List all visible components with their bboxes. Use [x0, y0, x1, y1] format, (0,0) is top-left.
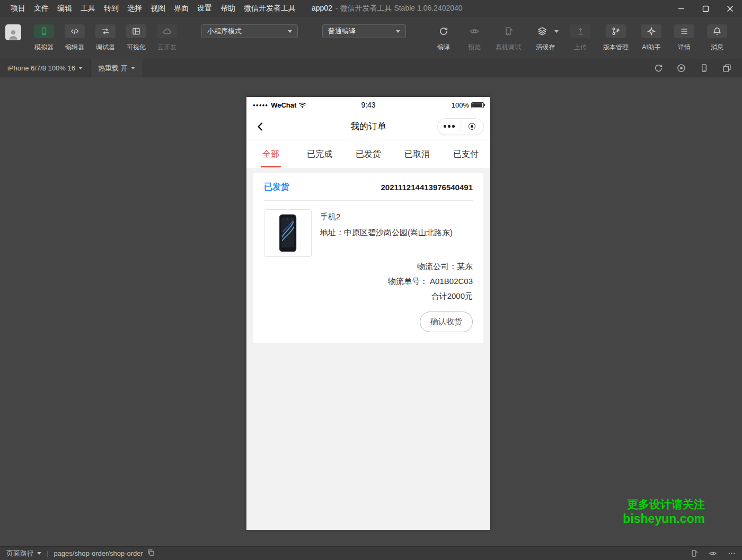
device-phone-icon[interactable] — [700, 64, 709, 73]
order-total: 合计2000元 — [264, 289, 473, 304]
page-path-value: pages/shop-order/shop-order — [54, 549, 143, 557]
tracking-number: 物流单号： A01B02C03 — [264, 274, 473, 289]
debugger-icon — [101, 27, 110, 35]
caret-down-icon — [78, 67, 83, 69]
remote-debug-status-icon[interactable] — [690, 549, 698, 557]
product-address: 地址：中原区碧沙岗公园(嵩山北路东) — [320, 225, 473, 240]
exit-miniprogram-button[interactable] — [461, 123, 484, 130]
battery-icon — [471, 102, 484, 108]
details-list-icon — [680, 27, 688, 35]
cloud-icon — [163, 27, 172, 35]
tool-simulator[interactable]: 模拟器 — [29, 24, 59, 52]
caret-down-icon — [37, 552, 41, 555]
copy-icon — [147, 549, 155, 556]
order-list: 已发货 202111214413976540491 — [246, 168, 490, 530]
phone-product-image — [269, 212, 307, 254]
maximize-icon — [702, 5, 709, 12]
caret-down-icon — [131, 67, 135, 69]
version-branch-icon — [612, 27, 620, 35]
tool-preview[interactable]: 预览 — [459, 24, 490, 52]
compile-icon — [439, 26, 448, 36]
tool-version-manage[interactable]: 版本管理 — [597, 24, 635, 52]
back-button[interactable] — [252, 118, 270, 136]
clear-cache-icon — [537, 26, 547, 36]
menu-goto[interactable]: 转到 — [100, 4, 123, 13]
tool-messages[interactable]: 消息 — [701, 24, 734, 52]
phone-nav-bar: 我的订单 — [246, 113, 490, 140]
order-card: 已发货 202111214413976540491 — [253, 173, 483, 343]
simulator-icon — [40, 27, 48, 35]
logistics-company: 物流公司：某东 — [264, 259, 473, 274]
menu-edit[interactable]: 编辑 — [53, 4, 76, 13]
user-avatar[interactable] — [5, 24, 21, 40]
visualize-icon — [132, 27, 140, 35]
watermark: 更多设计请关注 bisheyun.com — [623, 497, 705, 527]
tool-clear-cache[interactable]: 清缓存 — [527, 24, 564, 52]
tool-cloud[interactable]: 云开发 — [152, 24, 182, 52]
close-icon — [727, 5, 734, 12]
tool-ai-assistant[interactable]: AI助手 — [635, 24, 668, 52]
tool-remote-debug[interactable]: 真机调试 — [490, 24, 527, 52]
capsule-menu — [437, 118, 484, 135]
menu-devtools[interactable]: 微信开发者工具 — [240, 4, 300, 13]
bell-icon — [713, 27, 721, 35]
minimize-button[interactable] — [669, 0, 693, 17]
product-image — [264, 209, 312, 257]
close-button[interactable] — [718, 0, 742, 17]
simulator-canvas: ●●●●● WeChat 9:43 100% 我的订单 — [0, 78, 742, 546]
menu-view[interactable]: 视图 — [146, 4, 170, 13]
exit-target-icon — [469, 123, 475, 130]
tool-details[interactable]: 详情 — [668, 24, 701, 52]
device-selector[interactable]: iPhone 6/7/8 100% 16 — [0, 59, 91, 77]
menu-select[interactable]: 选择 — [123, 4, 146, 13]
tool-editor[interactable]: 编辑器 — [59, 24, 90, 52]
card-divider — [264, 200, 473, 201]
remote-debug-icon — [504, 26, 513, 36]
record-icon[interactable] — [677, 64, 686, 73]
page-path-selector[interactable]: 页面路径 — [6, 549, 41, 558]
ai-assistant-icon — [647, 27, 656, 35]
preview-icon — [470, 26, 479, 36]
more-options-button[interactable] — [438, 125, 461, 128]
menu-settings[interactable]: 设置 — [193, 4, 216, 13]
tab-all[interactable]: 全部 — [246, 140, 295, 168]
multi-window-icon[interactable] — [722, 64, 731, 73]
back-chevron-icon — [255, 121, 266, 132]
window-title: app02- 微信开发者工具 Stable 1.06.2402040 — [312, 4, 463, 13]
order-number: 202111214413976540491 — [381, 183, 473, 192]
tab-cancelled[interactable]: 已取消 — [393, 140, 441, 168]
menu-project[interactable]: 项目 — [6, 4, 30, 13]
upload-icon — [576, 27, 585, 35]
caret-down-icon — [288, 30, 292, 33]
more-menu-icon[interactable] — [728, 549, 736, 557]
tab-shipped[interactable]: 已发货 — [344, 140, 393, 168]
editor-icon — [70, 27, 79, 35]
tool-upload[interactable]: 上传 — [564, 24, 597, 52]
battery-percent-label: 100% — [452, 101, 469, 109]
tool-debugger[interactable]: 调试器 — [90, 24, 121, 52]
statusbar-divider: | — [47, 549, 48, 557]
refresh-icon[interactable] — [654, 64, 663, 73]
copy-path-button[interactable] — [147, 549, 155, 558]
tool-compile[interactable]: 编译 — [428, 24, 459, 52]
device-bar: iPhone 6/7/8 100% 16 热重载 开 — [0, 59, 742, 77]
confirm-receipt-button[interactable]: 确认收货 — [420, 312, 473, 332]
tab-completed[interactable]: 已完成 — [295, 140, 344, 168]
tool-visualize[interactable]: 可视化 — [121, 24, 152, 52]
minimize-icon — [678, 5, 684, 12]
mode-select[interactable]: 小程序模式 — [201, 24, 298, 38]
maximize-button[interactable] — [693, 0, 718, 17]
eye-icon[interactable] — [709, 549, 717, 557]
compile-mode-select[interactable]: 普通编译 — [322, 24, 406, 38]
menu-interface[interactable]: 界面 — [170, 4, 193, 13]
menu-help[interactable]: 帮助 — [216, 4, 240, 13]
menu-tools[interactable]: 工具 — [76, 4, 100, 13]
order-status-badge: 已发货 — [264, 182, 289, 193]
caret-down-icon — [396, 30, 400, 33]
titlebar: 项目 文件 编辑 工具 转到 选择 视图 界面 设置 帮助 微信开发者工具 ap… — [0, 0, 742, 17]
hot-reload-toggle[interactable]: 热重载 开 — [91, 59, 143, 77]
tab-paid[interactable]: 已支付 — [441, 140, 490, 168]
caret-down-icon — [554, 30, 559, 33]
phone-status-bar: ●●●●● WeChat 9:43 100% — [246, 97, 490, 113]
menu-file[interactable]: 文件 — [30, 4, 53, 13]
